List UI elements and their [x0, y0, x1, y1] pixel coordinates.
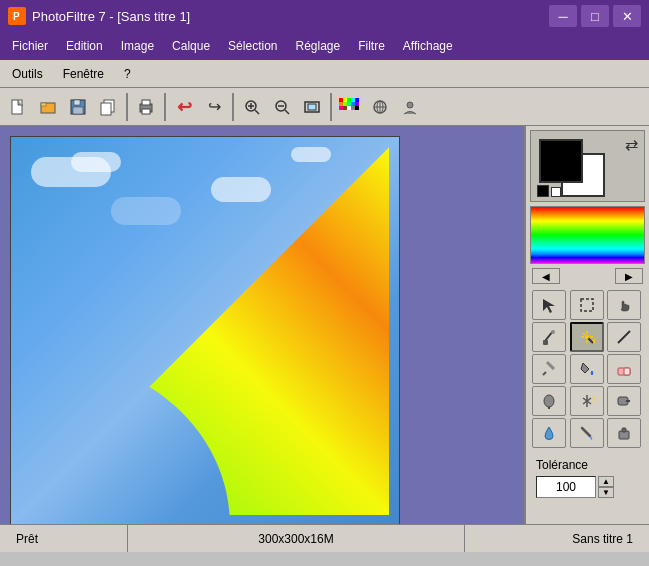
tool-eyedropper[interactable]	[532, 322, 566, 352]
svg-rect-50	[543, 340, 548, 345]
color-swatches[interactable]: ⇄	[530, 130, 645, 202]
main-workspace: ⇄ ◀ ▶	[0, 126, 649, 524]
menu-calque[interactable]: Calque	[164, 36, 218, 56]
image-dimensions: 300x300x16M	[258, 532, 333, 546]
tolerance-spin: ▲ ▼	[598, 476, 614, 498]
reset-fg[interactable]	[537, 185, 549, 197]
tool-smudge[interactable]	[607, 386, 641, 416]
tool-hand[interactable]	[607, 290, 641, 320]
save-button[interactable]	[64, 93, 92, 121]
svg-rect-35	[351, 106, 355, 110]
svg-rect-22	[339, 98, 343, 102]
zoom-out-button[interactable]	[268, 93, 296, 121]
svg-text:⚡: ⚡	[591, 393, 595, 403]
tool-rect-select[interactable]	[570, 290, 604, 320]
svg-rect-9	[101, 103, 111, 115]
svg-marker-47	[543, 299, 555, 313]
svg-text:P: P	[13, 11, 20, 22]
effect-button[interactable]	[366, 93, 394, 121]
svg-rect-24	[347, 98, 351, 102]
user-button[interactable]	[396, 93, 424, 121]
color-palette-button[interactable]	[336, 93, 364, 121]
svg-rect-32	[339, 106, 343, 110]
menu-affichage[interactable]: Affichage	[395, 36, 461, 56]
menu-bar: Fichier Edition Image Calque Sélection R…	[0, 32, 649, 60]
status-dimensions: 300x300x16M	[128, 525, 465, 552]
minimize-button[interactable]: ─	[549, 5, 577, 27]
menu-outils[interactable]: Outils	[4, 65, 51, 83]
svg-line-73	[582, 428, 590, 436]
color-scroll-left[interactable]: ◀	[532, 268, 560, 284]
foreground-color-swatch[interactable]	[539, 139, 583, 183]
svg-line-60	[618, 331, 630, 343]
svg-line-18	[285, 110, 289, 114]
svg-rect-26	[355, 98, 359, 102]
svg-point-58	[585, 335, 589, 339]
open-button[interactable]	[34, 93, 62, 121]
redo-button[interactable]: ↪	[200, 93, 228, 121]
svg-marker-45	[21, 147, 389, 515]
toolbar-separator-2	[164, 93, 166, 121]
status-message: Prêt	[8, 525, 128, 552]
svg-text:★: ★	[591, 336, 595, 345]
tool-sharpen[interactable]: ⚡	[570, 386, 604, 416]
second-menu-bar: Outils Fenêtre ?	[0, 60, 649, 88]
tool-arrow[interactable]	[532, 290, 566, 320]
tolerance-input-row: ▲ ▼	[536, 476, 639, 498]
close-button[interactable]: ✕	[613, 5, 641, 27]
copy-button[interactable]	[94, 93, 122, 121]
canvas-wrapper	[0, 126, 524, 524]
zoom-in-button[interactable]	[238, 93, 266, 121]
title-bar: P PhotoFiltre 7 - [Sans titre 1] ─ □ ✕	[0, 0, 649, 32]
menu-selection[interactable]: Sélection	[220, 36, 285, 56]
reset-colors[interactable]	[537, 185, 561, 197]
menu-reglage[interactable]: Réglage	[287, 36, 348, 56]
menu-filtre[interactable]: Filtre	[350, 36, 393, 56]
svg-rect-64	[624, 368, 630, 375]
svg-line-62	[543, 372, 546, 375]
swap-colors-button[interactable]: ⇄	[625, 135, 638, 154]
svg-rect-25	[351, 98, 355, 102]
main-toolbar: ↩ ↪	[0, 88, 649, 126]
tool-stamp[interactable]	[607, 418, 641, 448]
tolerance-down-button[interactable]: ▼	[598, 487, 614, 498]
color-spectrum[interactable]	[530, 206, 645, 264]
tolerance-input[interactable]	[536, 476, 596, 498]
svg-rect-30	[351, 102, 355, 106]
color-scroll-right[interactable]: ▶	[615, 268, 643, 284]
svg-rect-75	[622, 428, 626, 432]
tool-bucket[interactable]	[570, 354, 604, 384]
tool-drop[interactable]	[532, 418, 566, 448]
svg-rect-34	[347, 106, 351, 110]
new-button[interactable]	[4, 93, 32, 121]
app-icon: P	[8, 7, 26, 25]
svg-rect-27	[339, 102, 343, 106]
svg-rect-6	[74, 100, 80, 105]
tool-dodge[interactable]	[532, 386, 566, 416]
menu-image[interactable]: Image	[113, 36, 162, 56]
tolerance-up-button[interactable]: ▲	[598, 476, 614, 487]
tool-panel: ★ ⚡	[530, 288, 645, 450]
menu-fenetre[interactable]: Fenêtre	[55, 65, 112, 83]
tool-magic-wand[interactable]: ★	[570, 322, 604, 352]
image-content[interactable]	[11, 137, 399, 524]
tool-pencil[interactable]	[532, 354, 566, 384]
menu-fichier[interactable]: Fichier	[4, 36, 56, 56]
status-text: Prêt	[16, 532, 38, 546]
tool-line[interactable]	[607, 322, 641, 352]
title-bar-left: P PhotoFiltre 7 - [Sans titre 1]	[8, 7, 190, 25]
image-canvas[interactable]	[10, 136, 400, 524]
menu-edition[interactable]: Edition	[58, 36, 111, 56]
undo-button[interactable]: ↩	[170, 93, 198, 121]
svg-rect-29	[347, 102, 351, 106]
restore-button[interactable]: □	[581, 5, 609, 27]
menu-help[interactable]: ?	[116, 65, 139, 83]
svg-line-14	[255, 110, 259, 114]
fit-button[interactable]	[298, 93, 326, 121]
reset-bg[interactable]	[551, 187, 561, 197]
color-scroll-controls: ◀ ▶	[530, 268, 645, 284]
print-button[interactable]	[132, 93, 160, 121]
tool-brush[interactable]	[570, 418, 604, 448]
svg-point-65	[544, 395, 554, 407]
tool-eraser[interactable]	[607, 354, 641, 384]
